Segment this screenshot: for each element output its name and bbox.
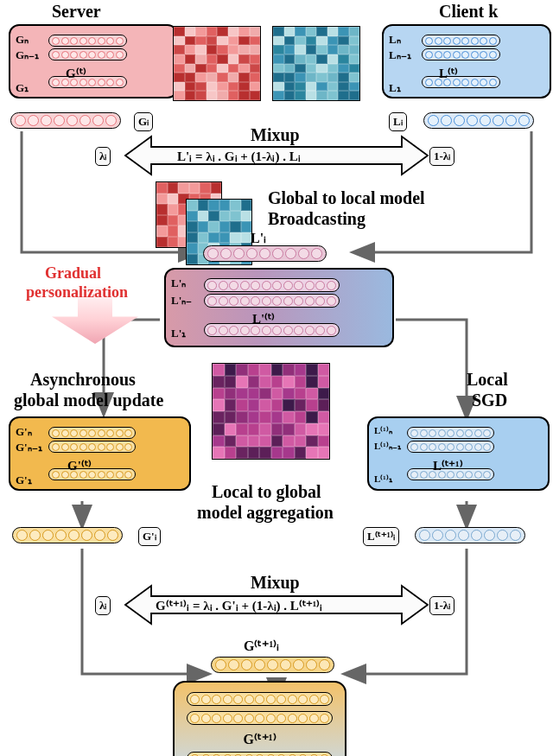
mixed-row-label: L'ₙ₋ bbox=[171, 294, 192, 308]
diagram-canvas: Server Client k Gₙ Gₙ₋₁ G⁽ᵗ⁾ G₁ Lₙ Lₙ₋₁ … bbox=[0, 0, 553, 756]
mixup1-lam-left: λᵢ bbox=[95, 147, 111, 166]
heatmap-client bbox=[272, 26, 360, 101]
client-row-label: Lₙ bbox=[389, 33, 401, 47]
client-stack: Lₙ Lₙ₋₁ L⁽ᵗ⁾ L₁ bbox=[382, 24, 551, 98]
lnew-out-tag: L⁽ᵗ⁺¹⁾ᵢ bbox=[363, 527, 399, 546]
client-out-vec bbox=[423, 112, 534, 129]
title-client: Client k bbox=[439, 2, 498, 22]
lnew-out-vec bbox=[415, 527, 525, 543]
lnew-row: L⁽¹⁾₁ bbox=[374, 473, 392, 485]
gprime-stack: G'ₙ G'ₙ₋₁ G'⁽ᵗ⁾ G'₁ bbox=[9, 416, 191, 491]
mixup2-lam-left: λᵢ bbox=[95, 596, 111, 615]
gprime-out-tag: G'ᵢ bbox=[138, 527, 161, 546]
mixup2-vec bbox=[211, 657, 334, 673]
server-row-label: Gₙ bbox=[16, 33, 29, 47]
gp-l2: personalization bbox=[26, 283, 128, 302]
gprime-out-vec bbox=[12, 527, 123, 543]
client-mid-label: L⁽ᵗ⁾ bbox=[439, 66, 458, 81]
gprime-row: G'ₙ₋₁ bbox=[16, 441, 42, 454]
mixed-mid-label: L'⁽ᵗ⁾ bbox=[252, 311, 275, 327]
lnew-row: L⁽¹⁾ₙ bbox=[374, 425, 392, 436]
async-l2: global model update bbox=[14, 391, 163, 410]
client-row-label: Lₙ₋₁ bbox=[389, 48, 411, 62]
broadcast-l1: Global to local model bbox=[268, 188, 425, 208]
lnew-row: L⁽¹⁾ₙ₋₁ bbox=[374, 441, 401, 452]
mixed-row-label: L'₁ bbox=[171, 327, 186, 340]
agg-l1: Local to global bbox=[212, 482, 321, 502]
mixup2-vec-label: G⁽ᵗ⁺¹⁾ᵢ bbox=[244, 638, 279, 654]
mixup1-lam-right: 1-λᵢ bbox=[429, 147, 454, 166]
heatmap-server bbox=[173, 26, 261, 101]
mixed-row-label: L'ₙ bbox=[171, 276, 186, 290]
mixup1-title: Mixup bbox=[251, 125, 300, 145]
mixed-stack: L'ₙ L'ₙ₋ L'⁽ᵗ⁾ L'₁ bbox=[164, 268, 394, 347]
agg-l2: model aggregation bbox=[197, 503, 334, 523]
broadcast-l2: Broadcasting bbox=[268, 209, 365, 229]
gprime-row: G'₁ bbox=[16, 473, 32, 487]
final-label: G⁽ᵗ⁺¹⁾ bbox=[243, 731, 276, 747]
broadcast-vec-label: L'ᵢ bbox=[251, 230, 266, 246]
localsgd-l1: Local bbox=[467, 370, 508, 390]
title-server: Server bbox=[52, 2, 101, 22]
server-out-vec bbox=[10, 112, 121, 129]
server-row-label: Gₙ₋₁ bbox=[16, 48, 39, 62]
server-mid-label: G⁽ᵗ⁾ bbox=[66, 66, 86, 81]
async-l1: Asynchronous bbox=[30, 370, 136, 390]
mixup2-formula: G⁽ᵗ⁺¹⁾ᵢ = λᵢ . G'ᵢ + (1-λᵢ) . L⁽ᵗ⁺¹⁾ᵢ bbox=[156, 598, 322, 613]
lnew-mid: L⁽ᵗ⁺¹⁾ bbox=[433, 458, 463, 473]
broadcast-vec bbox=[203, 245, 327, 262]
server-stack: Gₙ Gₙ₋₁ G⁽ᵗ⁾ G₁ bbox=[9, 24, 178, 98]
lnew-stack: L⁽¹⁾ₙ L⁽¹⁾ₙ₋₁ L⁽ᵗ⁺¹⁾ L⁽¹⁾₁ bbox=[367, 416, 550, 491]
client-out-tag: Lᵢ bbox=[389, 112, 407, 131]
heatmap-purple bbox=[212, 363, 330, 460]
mixup2-lam-right: 1-λᵢ bbox=[429, 596, 454, 615]
gprime-mid: G'⁽ᵗ⁾ bbox=[67, 458, 92, 473]
server-row-label: G₁ bbox=[16, 81, 29, 95]
server-out-tag: Gᵢ bbox=[134, 112, 153, 131]
mixup1-formula: L'ᵢ = λᵢ . Gᵢ + (1-λᵢ) . Lᵢ bbox=[177, 149, 301, 164]
gp-l1: Gradual bbox=[45, 264, 101, 283]
gprime-row: G'ₙ bbox=[16, 425, 32, 439]
final-stack: G⁽ᵗ⁺¹⁾ bbox=[173, 681, 346, 756]
client-row-label: L₁ bbox=[389, 81, 401, 95]
localsgd-l2: SGD bbox=[472, 391, 507, 410]
mixup2-title: Mixup bbox=[251, 573, 300, 593]
